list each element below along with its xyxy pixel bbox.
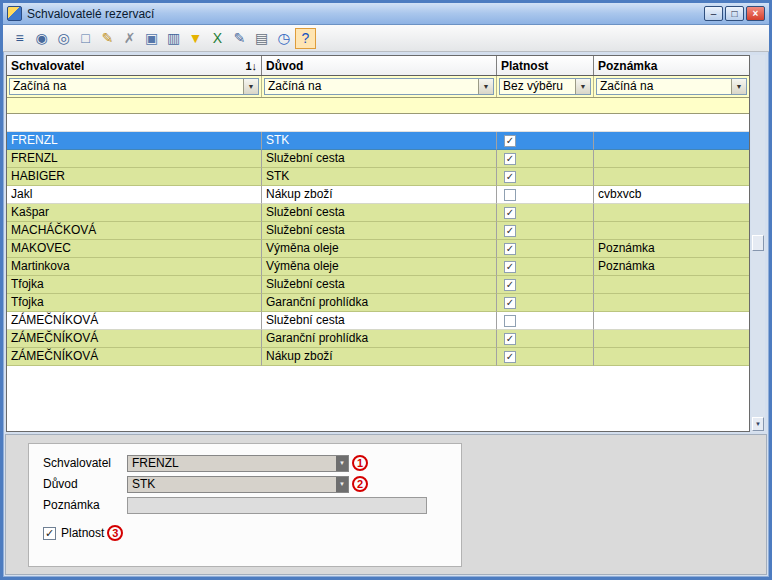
field-input[interactable] [127, 497, 427, 514]
cell-duvod: STK [262, 132, 497, 150]
cell-poznamka [594, 348, 749, 366]
detail-groupbox: SchvalovatelFRENZL▼1DůvodSTK▼2Poznámka ✓… [28, 443, 462, 567]
filter-combo-1[interactable]: Začíná na▼ [264, 78, 494, 95]
annotation-2: 2 [352, 476, 368, 492]
column-header-3[interactable]: Poznámka [594, 56, 749, 75]
app-icon [7, 6, 22, 21]
platnost-checkbox[interactable]: ✓ [504, 333, 516, 345]
show-hide-icon[interactable]: ◎ [53, 28, 74, 49]
platnost-checkbox[interactable]: ✓ [504, 351, 516, 363]
platnost-checkbox[interactable]: ✓ [504, 207, 516, 219]
annotation-1: 1 [352, 455, 368, 471]
cell-poznamka [594, 168, 749, 186]
platnost-checkbox[interactable]: ✓ [504, 297, 516, 309]
cell-poznamka [594, 330, 749, 348]
dropdown-arrow-icon[interactable]: ▼ [731, 79, 746, 94]
window: Schvalovatelé rezervací – □ × ≡◉◎□✎✗▣▥▼X… [0, 0, 772, 580]
export-excel-icon[interactable]: X [207, 28, 228, 49]
edit-note-icon[interactable]: ✎ [229, 28, 250, 49]
table-row[interactable]: MAKOVECVýměna oleje✓Poznámka [7, 240, 749, 258]
scrollbar-down-icon[interactable]: ▼ [752, 417, 764, 431]
cell-platnost [497, 186, 594, 204]
sort-indicator-icon: 1↓ [245, 60, 257, 72]
filter-combo-3[interactable]: Začíná na▼ [596, 78, 747, 95]
filter-value: Bez výběru [500, 79, 575, 94]
vertical-scrollbar[interactable]: ▼ [751, 55, 765, 432]
dropdown-arrow-icon[interactable]: ▼ [336, 456, 348, 471]
dropdown-arrow-icon[interactable]: ▼ [575, 79, 590, 94]
edit-record-icon[interactable]: ✎ [97, 28, 118, 49]
filter-icon[interactable]: ▼ [185, 28, 206, 49]
delete-record-icon[interactable]: ✗ [119, 28, 140, 49]
print-icon[interactable]: ▤ [251, 28, 272, 49]
filter-value: Začíná na [265, 79, 478, 94]
titlebar: Schvalovatelé rezervací – □ × [3, 3, 769, 25]
platnost-checkbox[interactable]: ✓ [504, 153, 516, 165]
field-combo[interactable]: STK▼ [127, 476, 349, 493]
new-record-icon[interactable]: □ [75, 28, 96, 49]
cell-duvod: Výměna oleje [262, 258, 497, 276]
filter-combo-2[interactable]: Bez výběru▼ [499, 78, 591, 95]
platnost-checkbox[interactable]: ✓ [504, 225, 516, 237]
column-header-0[interactable]: Schvalovatel1↓ [7, 56, 262, 75]
table-row[interactable]: MACHÁČKOVÁSlužební cesta✓ [7, 222, 749, 240]
dropdown-arrow-icon[interactable]: ▼ [336, 477, 348, 492]
table-row[interactable]: MartinkovaVýměna oleje✓Poznámka [7, 258, 749, 276]
field-value: STK [128, 477, 336, 492]
cell-schvalovatel: ZÁMEČNÍKOVÁ [7, 348, 262, 366]
dropdown-arrow-icon[interactable]: ▼ [478, 79, 493, 94]
empty-row [7, 114, 749, 132]
table-row[interactable]: HABIGERSTK✓ [7, 168, 749, 186]
filter-cell-1: Začíná na▼ [262, 76, 497, 97]
platnost-checkbox[interactable] [504, 315, 516, 327]
cell-poznamka: cvbxvcb [594, 186, 749, 204]
history-icon[interactable]: ◷ [273, 28, 294, 49]
table-row[interactable]: TfojkaGaranční prohlídka✓ [7, 294, 749, 312]
platnost-checkbox[interactable]: ✓ [43, 527, 56, 540]
minimize-button[interactable]: – [704, 6, 723, 21]
cell-schvalovatel: ZÁMEČNÍKOVÁ [7, 330, 262, 348]
field-value: FRENZL [128, 456, 336, 471]
cell-platnost: ✓ [497, 276, 594, 294]
field-combo[interactable]: FRENZL▼ [127, 455, 349, 472]
platnost-label: Platnost [61, 526, 104, 540]
column-label: Schvalovatel [11, 59, 84, 73]
platnost-checkbox[interactable]: ✓ [504, 261, 516, 273]
cell-duvod: Garanční prohlídka [262, 330, 497, 348]
platnost-checkbox[interactable] [504, 189, 516, 201]
table-row[interactable]: KašparSlužební cesta✓ [7, 204, 749, 222]
column-setup-icon[interactable]: ▥ [163, 28, 184, 49]
copy-record-icon[interactable]: ▣ [141, 28, 162, 49]
filter-combo-0[interactable]: Začíná na▼ [9, 78, 259, 95]
filter-cell-2: Bez výběru▼ [497, 76, 594, 97]
scrollbar-thumb[interactable] [752, 235, 764, 251]
column-header-2[interactable]: Platnost [497, 56, 594, 75]
cell-schvalovatel: MACHÁČKOVÁ [7, 222, 262, 240]
table-row[interactable]: FRENZLSlužební cesta✓ [7, 150, 749, 168]
cell-platnost: ✓ [497, 150, 594, 168]
close-button[interactable]: × [746, 6, 765, 21]
platnost-checkbox[interactable]: ✓ [504, 135, 516, 147]
menu-icon[interactable]: ≡ [9, 28, 30, 49]
platnost-checkbox[interactable]: ✓ [504, 171, 516, 183]
help-icon[interactable]: ? [295, 28, 316, 49]
table-row[interactable]: ZÁMEČNÍKOVÁNákup zboží✓ [7, 348, 749, 366]
table-row[interactable]: TfojkaSlužební cesta✓ [7, 276, 749, 294]
column-header-1[interactable]: Důvod [262, 56, 497, 75]
preview-icon[interactable]: ◉ [31, 28, 52, 49]
table-row[interactable]: FRENZLSTK✓ [7, 132, 749, 150]
field-label: Poznámka [43, 498, 127, 512]
maximize-button[interactable]: □ [725, 6, 744, 21]
table-row[interactable]: JaklNákup zbožícvbxvcb [7, 186, 749, 204]
cell-platnost [497, 312, 594, 330]
field-label: Důvod [43, 477, 127, 491]
table-row[interactable]: ZÁMEČNÍKOVÁSlužební cesta [7, 312, 749, 330]
platnost-checkbox[interactable]: ✓ [504, 279, 516, 291]
table-row[interactable]: ZÁMEČNÍKOVÁGaranční prohlídka✓ [7, 330, 749, 348]
data-grid: Schvalovatel1↓DůvodPlatnostPoznámka Začí… [6, 55, 750, 432]
cell-duvod: Nákup zboží [262, 348, 497, 366]
dropdown-arrow-icon[interactable]: ▼ [243, 79, 258, 94]
cell-schvalovatel: FRENZL [7, 150, 262, 168]
cell-platnost: ✓ [497, 132, 594, 150]
platnost-checkbox[interactable]: ✓ [504, 243, 516, 255]
